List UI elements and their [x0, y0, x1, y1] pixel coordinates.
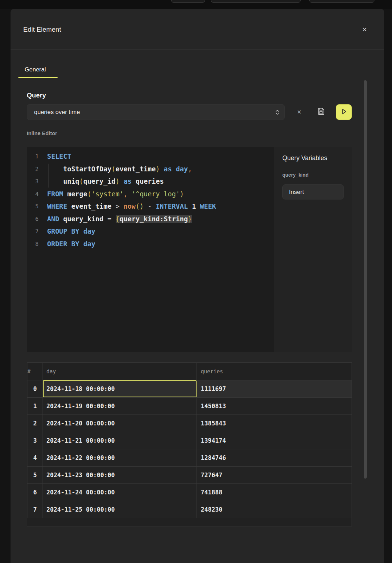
line-number: 7: [27, 225, 39, 238]
day-cell[interactable]: 2024-11-21 00:00:00: [43, 432, 197, 449]
queries-cell[interactable]: 1394174: [197, 432, 352, 449]
query-variables-panel: Query Variables query_kind Insert: [274, 147, 352, 352]
code-line: 6AND query_kind = {query_kind:String}: [27, 213, 274, 226]
close-icon[interactable]: ×: [359, 24, 370, 35]
code-line: 5WHERE event_time > now() - INTERVAL 1 W…: [27, 200, 274, 213]
row-index-cell: 0: [27, 380, 43, 398]
code-line: 4FROM merge('system', '^query_log'): [27, 188, 274, 201]
line-number: 3: [27, 175, 39, 188]
column-header-day: day: [43, 363, 197, 380]
inline-editor-label: Inline Editor: [27, 130, 57, 136]
line-number: 6: [27, 213, 39, 226]
edit-element-modal: Edit Element × General Query queries ove…: [11, 9, 384, 563]
day-cell[interactable]: 2024-11-24 00:00:00: [43, 484, 197, 501]
sql-code-editor[interactable]: 1SELECT2 toStartOfDay(event_time) as day…: [27, 147, 274, 352]
topbar-button-fragment[interactable]: [211, 0, 301, 3]
code-line: 7GROUP BY day: [27, 225, 274, 238]
top-bar: [0, 0, 392, 9]
table-row: 72024-11-25 00:00:00248230: [27, 501, 352, 518]
line-number: 4: [27, 188, 39, 201]
table-row: 32024-11-21 00:00:001394174: [27, 432, 352, 449]
topbar-button-fragment[interactable]: [309, 0, 374, 3]
variable-name-label: query_kind: [282, 172, 309, 178]
queries-cell[interactable]: 741888: [197, 484, 352, 501]
line-number: 2: [27, 163, 39, 176]
results-body: 02024-11-18 00:00:00111169712024-11-19 0…: [27, 380, 352, 518]
query-select-value: queries over time: [34, 109, 80, 116]
play-icon: [340, 107, 348, 117]
run-query-button[interactable]: [336, 104, 352, 120]
line-number: 1: [27, 150, 39, 163]
query-section-heading: Query: [27, 91, 46, 99]
line-number: 8: [27, 238, 39, 251]
table-row: 12024-11-19 00:00:001450813: [27, 398, 352, 415]
table-row: 42024-11-22 00:00:001284746: [27, 449, 352, 467]
row-index-cell: 1: [27, 398, 43, 415]
line-number: 5: [27, 200, 39, 213]
queries-cell[interactable]: 1284746: [197, 449, 352, 467]
query-toolbar: queries over time ×: [27, 104, 352, 120]
tab-active-underline: [18, 77, 58, 78]
indent-guide: [48, 164, 49, 188]
results-table-container: # day queries 02024-11-18 00:00:00111169…: [27, 362, 352, 526]
clear-query-button[interactable]: ×: [294, 106, 305, 118]
row-index-cell: 7: [27, 501, 43, 518]
code-line: 2 toStartOfDay(event_time) as day,: [27, 163, 274, 176]
row-index-cell: 4: [27, 449, 43, 467]
row-index-cell: 2: [27, 415, 43, 432]
topbar-button-fragment[interactable]: [171, 0, 205, 3]
row-index-cell: 6: [27, 484, 43, 501]
code-line: 1SELECT: [27, 150, 274, 163]
table-row: 02024-11-18 00:00:001111697: [27, 380, 352, 398]
row-index-cell: 3: [27, 432, 43, 449]
table-row: 52024-11-23 00:00:00727647: [27, 467, 352, 484]
day-cell[interactable]: 2024-11-20 00:00:00: [43, 415, 197, 432]
modal-scrollbar[interactable]: [364, 80, 367, 479]
day-cell[interactable]: 2024-11-18 00:00:00: [43, 380, 197, 398]
tab-general[interactable]: General: [18, 62, 52, 77]
code-line: 3 uniq(query_id) as queries: [27, 175, 274, 188]
day-cell[interactable]: 2024-11-25 00:00:00: [43, 501, 197, 518]
table-row: 62024-11-24 00:00:00741888: [27, 484, 352, 501]
queries-cell[interactable]: 248230: [197, 501, 352, 518]
day-cell[interactable]: 2024-11-22 00:00:00: [43, 449, 197, 467]
column-header-index: #: [27, 363, 43, 380]
row-index-cell: 5: [27, 467, 43, 484]
day-cell[interactable]: 2024-11-23 00:00:00: [43, 467, 197, 484]
queries-cell[interactable]: 1385843: [197, 415, 352, 432]
chevron-up-down-icon: [275, 109, 280, 117]
insert-variable-button[interactable]: Insert: [282, 184, 344, 200]
day-cell[interactable]: 2024-11-19 00:00:00: [43, 398, 197, 415]
query-select[interactable]: queries over time: [27, 104, 285, 120]
code-line: 8ORDER BY day: [27, 238, 274, 251]
save-query-button[interactable]: [315, 106, 327, 118]
sql-editor-block: 1SELECT2 toStartOfDay(event_time) as day…: [27, 147, 352, 352]
table-row: 22024-11-20 00:00:001385843: [27, 415, 352, 432]
queries-cell[interactable]: 727647: [197, 467, 352, 484]
queries-cell[interactable]: 1111697: [197, 380, 352, 398]
column-header-queries: queries: [197, 363, 352, 380]
page-title: Edit Element: [23, 25, 61, 34]
floppy-save-icon: [317, 107, 325, 116]
table-header-row: # day queries: [27, 363, 352, 380]
code-lines: 1SELECT2 toStartOfDay(event_time) as day…: [27, 150, 274, 250]
results-table: # day queries 02024-11-18 00:00:00111169…: [27, 363, 352, 518]
header-divider: [11, 49, 384, 50]
query-variables-heading: Query Variables: [282, 154, 327, 162]
queries-cell[interactable]: 1450813: [197, 398, 352, 415]
